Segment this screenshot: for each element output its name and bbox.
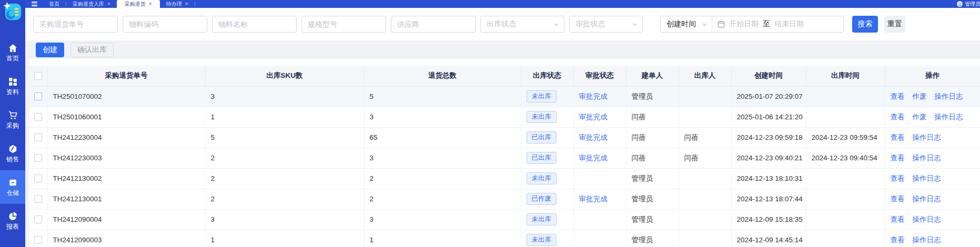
tab-采购退货入库[interactable]: 采购退货入库× [66, 0, 117, 8]
supplier-input[interactable] [391, 16, 476, 33]
action-link-查看[interactable]: 查看 [891, 174, 905, 182]
sidebar-item-报表[interactable]: 报表 [0, 204, 25, 238]
user-menu[interactable]: 管理员 [957, 1, 980, 8]
end-date-field[interactable]: 结束日期 [774, 19, 804, 29]
start-date-field[interactable]: 开始日期 [729, 19, 759, 29]
cell-approval_status [573, 230, 626, 247]
confirm-outbound-button[interactable]: 确认出库 [70, 43, 114, 57]
tab-待办理[interactable]: 待办理× [160, 0, 195, 8]
action-link-操作日志[interactable]: 操作日志 [913, 174, 941, 182]
cell-approval_status: 审批完成 [573, 107, 626, 127]
row-checkbox[interactable] [34, 92, 42, 100]
table-row: TH241213000122已作废审批完成管理员2024-12-13 18:07… [29, 189, 980, 209]
create-button[interactable]: 创建 [36, 43, 64, 57]
tab-首页[interactable]: 首页 [43, 0, 66, 8]
cell-outbound_by: 闫蓓 [679, 148, 731, 168]
cell-stock_status: 未出库 [521, 86, 573, 107]
cell-actions: 查看操作日志 [885, 230, 980, 247]
approval-status-link[interactable]: 审批完成 [579, 154, 608, 162]
search-button[interactable]: 搜索 [852, 16, 878, 33]
cell-approval_status: 审批完成 [573, 148, 626, 168]
sidebar-item-label: 首页 [6, 55, 19, 61]
date-range-picker[interactable]: 开始日期 至 结束日期 [712, 16, 843, 32]
sidebar-item-资料[interactable]: 资料 [0, 69, 25, 103]
hamburger-menu-icon[interactable] [32, 2, 37, 6]
sidebar-item-采购[interactable]: 采购 [0, 103, 25, 137]
cell-select [29, 189, 47, 209]
app-root: 首页资料采购销售仓储报表 首页采购退货入库×采购退货×待办理× 管理员 出库状态… [0, 0, 980, 247]
table-row: TH250107000235未出库审批完成管理员2025-01-07 20:29… [29, 86, 980, 107]
cell-created_at: 2024-12-23 09:59:18 [731, 127, 806, 148]
cell-sku_count: 2 [205, 148, 364, 168]
action-link-查看[interactable]: 查看 [891, 92, 905, 100]
cell-created_at: 2025-01-07 20:29:07 [731, 86, 806, 107]
cell-created_at: 2024-12-13 18:10:31 [731, 168, 806, 189]
material-code-input[interactable] [123, 16, 207, 33]
stock-status-badge: 已出库 [527, 131, 557, 143]
action-link-操作日志[interactable]: 操作日志 [913, 215, 941, 223]
approval-status-link[interactable]: 审批完成 [579, 113, 608, 121]
cell-outbound_by: 闫蓓 [679, 127, 731, 148]
row-checkbox[interactable] [34, 113, 42, 121]
tab-close-icon[interactable]: × [185, 2, 188, 7]
cell-outbound_by [679, 107, 731, 127]
material-name-input[interactable] [212, 16, 297, 33]
cell-sku_count: 3 [205, 86, 364, 107]
action-link-操作日志[interactable]: 操作日志 [913, 133, 941, 141]
cell-creator: 管理员 [626, 168, 679, 189]
action-link-作废[interactable]: 作废 [913, 92, 927, 100]
sidebar-nav: 首页资料采购销售仓储报表 [0, 36, 25, 247]
stock-status-badge: 未出库 [527, 111, 557, 123]
sidebar-item-label: 仓储 [6, 190, 19, 196]
cell-sku_count: 5 [205, 127, 364, 148]
action-link-查看[interactable]: 查看 [891, 133, 905, 141]
action-link-操作日志[interactable]: 操作日志 [913, 236, 941, 244]
row-checkbox[interactable] [34, 215, 42, 223]
action-link-查看[interactable]: 查看 [891, 154, 905, 162]
column-header-order_no: 采购退货单号 [47, 66, 205, 86]
row-checkbox[interactable] [34, 174, 42, 182]
tab-label: 待办理 [166, 1, 182, 8]
action-link-操作日志[interactable]: 操作日志 [935, 113, 963, 121]
approval-status-link[interactable]: 审批完成 [579, 195, 608, 203]
app-logo-icon[interactable] [3, 2, 23, 22]
reset-button[interactable]: 重置 [884, 16, 905, 33]
sidebar-item-settings[interactable] [0, 238, 25, 247]
user-name: 管理员 [965, 1, 980, 8]
row-checkbox[interactable] [34, 154, 42, 162]
spec-model-input[interactable] [301, 16, 386, 33]
approval-status-link[interactable]: 审批完成 [579, 133, 608, 141]
cell-creator: 管理员 [626, 230, 679, 247]
date-type-select[interactable]: 创建时间 [661, 16, 712, 32]
column-header-outbound_at: 出库时间 [806, 66, 885, 86]
row-checkbox[interactable] [34, 195, 42, 203]
action-link-操作日志[interactable]: 操作日志 [935, 92, 963, 100]
row-checkbox[interactable] [34, 133, 42, 141]
tab-close-icon[interactable]: × [149, 2, 152, 7]
action-link-查看[interactable]: 查看 [891, 236, 905, 244]
sidebar-item-首页[interactable]: 首页 [0, 36, 25, 69]
row-checkbox[interactable] [34, 236, 42, 244]
action-link-作废[interactable]: 作废 [913, 113, 927, 121]
cell-outbound_by [679, 168, 731, 189]
cell-return_total: 5 [364, 86, 521, 107]
cell-approval_status [573, 209, 626, 230]
action-link-查看[interactable]: 查看 [891, 113, 905, 121]
cell-created_at: 2025-01-06 14:21:20 [731, 107, 806, 127]
stock-status-select[interactable]: 出库状态 [480, 16, 564, 33]
approval-status-select[interactable]: 审批状态 [569, 16, 643, 33]
cell-outbound_by [679, 230, 731, 247]
cell-actions: 查看操作日志 [885, 148, 980, 168]
action-link-查看[interactable]: 查看 [891, 215, 905, 223]
select-all-checkbox[interactable] [34, 72, 42, 80]
tab-采购退货[interactable]: 采购退货× [117, 0, 160, 8]
action-link-查看[interactable]: 查看 [891, 195, 905, 203]
tab-close-icon[interactable]: × [107, 2, 110, 7]
action-link-操作日志[interactable]: 操作日志 [913, 195, 941, 203]
sidebar-item-销售[interactable]: 销售 [0, 137, 25, 170]
approval-status-link[interactable]: 审批完成 [579, 92, 608, 100]
sidebar-item-仓储[interactable]: 仓储 [0, 170, 25, 204]
action-link-操作日志[interactable]: 操作日志 [913, 154, 941, 162]
cell-stock_status: 未出库 [521, 209, 573, 230]
order-no-input[interactable] [33, 16, 118, 33]
